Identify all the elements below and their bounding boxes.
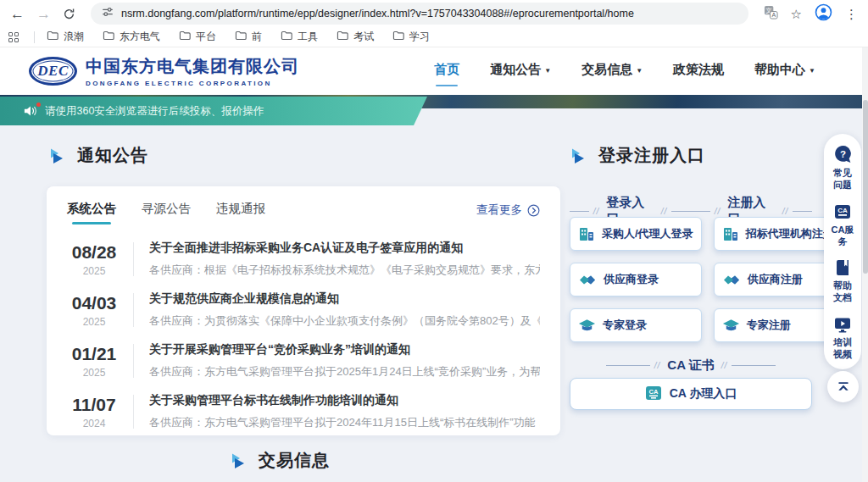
- forward-icon[interactable]: →: [36, 7, 51, 21]
- svg-text:?: ?: [839, 149, 845, 159]
- bookmark-folder[interactable]: 浪潮: [47, 30, 84, 44]
- nav-item[interactable]: 首页: [434, 62, 459, 81]
- notice-list-item[interactable]: 11/07 2024 关于采购管理平台标书在线制作功能培训的通知 各供应商：东方…: [67, 386, 540, 437]
- folder-icon: [103, 30, 114, 43]
- nav-item[interactable]: 交易信息 ▼: [581, 62, 643, 81]
- bookmark-label: 东方电气: [120, 30, 160, 44]
- floating-sidebar-item[interactable]: ? 常见问题: [831, 145, 854, 191]
- login-section-title: 登录注册入口: [598, 144, 705, 167]
- bookmark-folder[interactable]: 前: [235, 30, 262, 44]
- scrollbar-thumb[interactable]: [863, 100, 868, 274]
- notices-section-header: 通知公告: [48, 144, 148, 167]
- bookmark-label: 学习: [409, 30, 430, 44]
- notice-date: 11/07: [67, 395, 121, 415]
- apps-grid-icon[interactable]: [8, 32, 19, 42]
- company-logo[interactable]: DEC 中国东方电气集团有限公司 DONGFANG ELECTRIC CORPO…: [29, 55, 299, 87]
- view-more-link[interactable]: 查看更多: [476, 202, 540, 223]
- site-header: DEC 中国东方电气集团有限公司 DONGFANG ELECTRIC CORPO…: [0, 47, 868, 95]
- notice-year: 2024: [67, 418, 121, 429]
- building-icon: [722, 225, 739, 242]
- bookmark-folder[interactable]: 工具: [281, 30, 318, 44]
- handshake-icon: [722, 273, 741, 287]
- url-text[interactable]: nsrm.dongfang.com/platform/runtime/epp/d…: [121, 8, 634, 19]
- notice-date: 08/28: [67, 242, 121, 263]
- notice-year: 2025: [67, 316, 121, 328]
- nav-item-label: 帮助中心: [754, 62, 805, 78]
- divider: [133, 293, 134, 327]
- chevron-down-icon: ▼: [544, 67, 551, 75]
- back-to-top-icon: [836, 380, 851, 395]
- login-entry-button[interactable]: 专家注册: [714, 308, 843, 342]
- notices-tabs: 系统公告 寻源公告 违规通报 查看更多: [67, 200, 540, 225]
- nav-item-label: 政策法规: [673, 62, 724, 78]
- notice-title[interactable]: 关于全面推进非招标采购业务CA认证及电子签章应用的通知: [149, 241, 540, 256]
- notice-title[interactable]: 关于规范供应商企业规模信息的通知: [149, 291, 540, 307]
- ca-apply-button[interactable]: CA CA 办理入口: [570, 378, 812, 410]
- bookmark-star-icon[interactable]: ☆: [791, 8, 802, 20]
- entry-button-label: 采购人/代理人登录: [602, 226, 693, 241]
- ca-card-icon: CA: [645, 385, 662, 404]
- menu-dots-icon[interactable]: ⋮: [845, 8, 858, 20]
- folder-icon: [235, 30, 247, 43]
- bookmark-folder[interactable]: 考试: [337, 30, 374, 44]
- nav-item[interactable]: 帮助中心 ▼: [754, 62, 815, 81]
- login-entry-button[interactable]: 专家登录: [570, 308, 702, 342]
- login-section-header: 登录注册入口: [570, 144, 705, 167]
- bookmark-label: 前: [252, 30, 262, 44]
- floating-item-label: 帮助文档: [831, 280, 854, 304]
- folder-icon: [392, 30, 404, 43]
- video-icon: [833, 315, 852, 334]
- profile-icon[interactable]: [815, 3, 832, 25]
- back-to-top-button[interactable]: [827, 371, 859, 402]
- notice-ticker[interactable]: 请使用360安全浏览器进行后续投标、报价操作: [0, 97, 427, 125]
- bookmark-label: 浪潮: [64, 30, 84, 44]
- nav-item[interactable]: 通知公告 ▼: [490, 62, 551, 81]
- notice-year: 2025: [67, 265, 121, 277]
- bookmark-folder[interactable]: 东方电气: [103, 30, 160, 44]
- notice-title[interactable]: 关于开展采购管理平台“竞价采购业务”培训的通知: [149, 342, 540, 357]
- gradcap-icon: [722, 318, 740, 333]
- svg-text:A: A: [771, 12, 776, 19]
- login-buttons-grid: 采购人/代理人登录 招标代理机构注册 供应商登录 供应商注册 专家登录 专家注册: [570, 217, 812, 342]
- notice-list-item[interactable]: 01/21 2025 关于开展采购管理平台“竞价采购业务”培训的通知 各供应商：…: [67, 335, 540, 386]
- question-icon: ?: [833, 145, 853, 164]
- notice-summary: 各供应商：为贯彻落实《保障中小企业款项支付条例》（国务院令第802号）及《中小企…: [149, 313, 540, 329]
- floating-sidebar-item[interactable]: 培训视频: [831, 315, 854, 361]
- notices-tab[interactable]: 系统公告: [67, 201, 116, 224]
- trade-section-header: 交易信息: [0, 449, 559, 472]
- nav-item[interactable]: 政策法规: [673, 62, 724, 81]
- bookmark-folder[interactable]: 平台: [179, 30, 216, 44]
- address-bar[interactable]: nsrm.dongfang.com/platform/runtime/epp/d…: [91, 3, 748, 25]
- notice-list-item[interactable]: 08/28 2025 关于全面推进非招标采购业务CA认证及电子签章应用的通知 各…: [67, 234, 540, 285]
- notice-title[interactable]: 关于采购管理平台标书在线制作功能培训的通知: [149, 393, 540, 408]
- entry-button-label: 供应商注册: [748, 272, 803, 287]
- trade-section-title: 交易信息: [259, 449, 330, 472]
- ca-apply-label: CA 办理入口: [670, 386, 737, 402]
- divider: [133, 395, 134, 429]
- handshake-icon: [578, 273, 597, 287]
- notices-tab[interactable]: 违规通报: [216, 201, 265, 224]
- speaker-icon: [24, 105, 37, 117]
- notices-card: 系统公告 寻源公告 违规通报 查看更多 08/28 2025 关于全面推进非招标…: [47, 186, 560, 435]
- nav-item-label: 通知公告: [490, 62, 541, 78]
- login-entry-button[interactable]: 供应商登录: [570, 263, 702, 296]
- scrollbar[interactable]: [862, 47, 868, 482]
- floating-sidebar-item[interactable]: 帮助文档: [831, 258, 854, 304]
- login-entry-button[interactable]: 招标代理机构注册: [714, 217, 843, 251]
- notices-section-title: 通知公告: [77, 144, 148, 167]
- back-icon[interactable]: ←: [10, 7, 25, 21]
- login-entry-button[interactable]: 采购人/代理人登录: [570, 217, 702, 251]
- notice-list-item[interactable]: 04/03 2025 关于规范供应商企业规模信息的通知 各供应商：为贯彻落实《保…: [67, 285, 540, 335]
- page-main: 通知公告 系统公告 寻源公告 违规通报 查看更多 08/28 2025 关于全面…: [0, 127, 868, 482]
- site-settings-icon[interactable]: [102, 6, 114, 21]
- divider: [133, 344, 134, 378]
- ca-badge-icon: CA: [833, 202, 852, 221]
- floating-sidebar-item[interactable]: CA CA服务: [831, 202, 854, 248]
- translate-icon[interactable]: 文A: [764, 5, 778, 23]
- notices-tab[interactable]: 寻源公告: [142, 201, 191, 224]
- login-entry-button[interactable]: 供应商注册: [714, 263, 843, 296]
- svg-text:CA: CA: [837, 207, 848, 214]
- view-more-label: 查看更多: [476, 202, 522, 218]
- reload-icon[interactable]: [63, 8, 75, 20]
- bookmark-folder[interactable]: 学习: [392, 30, 430, 44]
